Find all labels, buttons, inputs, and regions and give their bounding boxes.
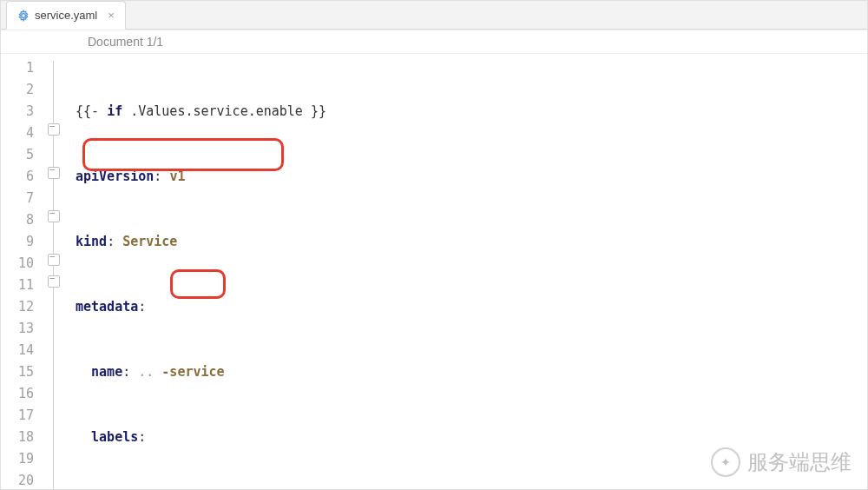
line-number: 11 [4,275,34,296]
line-number: 15 [4,361,34,383]
code-line: metadata: [76,296,867,318]
line-number-gutter: 1234567891011121314151617181920 [1,54,41,490]
gear-icon [17,10,30,22]
fold-toggle-icon[interactable] [48,123,60,136]
breadcrumb-text: Document 1/1 [88,35,163,49]
annotation-box [170,269,226,299]
line-number: 5 [4,144,34,166]
fold-toggle-icon[interactable] [48,210,60,222]
file-tab-service-yaml[interactable]: service.yaml × [6,1,126,30]
line-number: 3 [4,101,34,122]
wechat-icon: ✦ [711,447,740,477]
line-number: 2 [4,79,34,101]
code-line: name: .. -service [76,361,867,383]
line-number: 8 [4,209,34,231]
line-number: 1 [4,57,34,79]
fold-toggle-icon[interactable] [48,275,60,288]
line-number: 4 [4,122,34,144]
fold-toggle-icon[interactable] [48,254,60,266]
line-number: 12 [4,296,34,318]
line-number: 17 [4,405,34,427]
fold-gutter [41,54,69,490]
fold-toggle-icon[interactable] [48,167,60,179]
line-number: 10 [4,253,34,275]
watermark: ✦ 服务端思维 [711,447,852,477]
line-number: 18 [4,427,34,448]
code-content[interactable]: {{- if .Values.service.enable }} apiVers… [69,54,867,490]
editor-area[interactable]: 1234567891011121314151617181920 {{- if .… [1,54,867,490]
line-number: 19 [4,448,34,470]
code-line: {{- if .Values.service.enable }} [76,101,867,122]
code-line: kind: Service [76,231,867,253]
line-number: 14 [4,340,34,361]
editor-window: service.yaml × Document 1/1 123456789101… [0,0,868,490]
line-number: 9 [4,231,34,253]
tab-strip: service.yaml × [1,1,867,30]
code-line: labels: [76,427,867,448]
code-line: apiVersion: v1 [76,166,867,188]
line-number: 6 [4,166,34,188]
line-number: 13 [4,318,34,340]
tab-title: service.yaml [35,9,97,22]
line-number: 16 [4,383,34,405]
breadcrumb[interactable]: Document 1/1 [1,30,867,54]
close-icon[interactable]: × [108,9,115,22]
line-number: 20 [4,470,34,490]
watermark-text: 服务端思维 [747,448,852,476]
line-number: 7 [4,188,34,209]
